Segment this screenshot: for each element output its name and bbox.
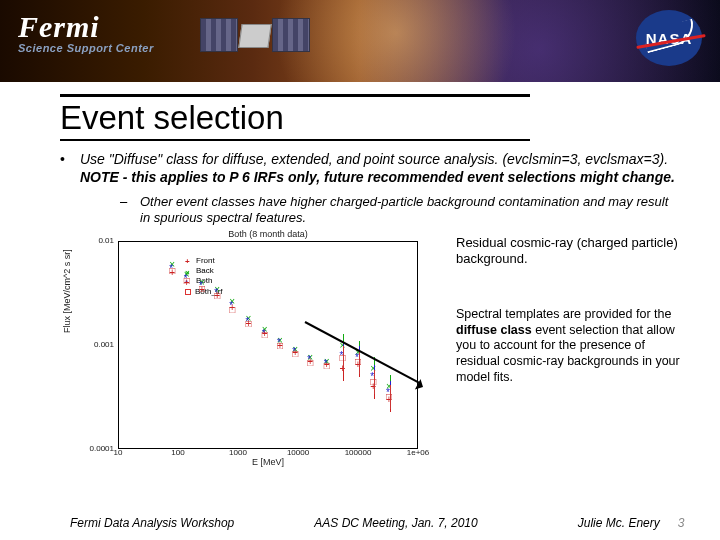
xtick-label: 10000 [287,448,309,457]
logo-sub-text: Science Support Center [18,42,154,54]
title-rule-bottom [60,139,530,141]
right-column: Residual cosmic-ray (charged particle) b… [440,233,680,483]
caption-templates: Spectral templates are provided for the … [456,307,680,385]
bullet-main-bold: NOTE - this applies to P 6 IRFs only, fu… [80,169,675,185]
data-point: □ [262,330,268,340]
data-point: □ [199,284,205,294]
data-point: □ [292,349,298,359]
bullet-sub: – Other event classes have higher charge… [120,194,680,227]
footer-left: Fermi Data Analysis Workshop [70,516,234,530]
nasa-logo: NASA [636,10,702,66]
plot-ylabel: Flux [MeV/cm^2 s sr] [62,249,72,333]
xtick-label: 10 [114,448,123,457]
data-point: □ [229,305,235,315]
xtick-label: 100 [171,448,184,457]
ytick-label: 0.0001 [80,444,114,453]
bullet-sub-text: Other event classes have higher charged-… [140,194,680,227]
xtick-label: 1e+06 [407,448,429,457]
bullet-main-text: Use "Diffuse" class for diffuse, extende… [80,151,668,167]
xtick-label: 1000 [229,448,247,457]
xtick-label: 100000 [345,448,372,457]
title-rule-top [60,94,530,97]
bullet-dash: – [120,194,140,227]
logo-main-text: Fermi [18,10,154,44]
fermi-logo: Fermi Science Support Center [18,10,154,54]
annotation-arrow [305,321,435,391]
slide-title: Event selection [60,99,680,137]
footer-right: Julie Mc. Enery [578,516,660,530]
caption-residual: Residual cosmic-ray (charged particle) b… [456,235,680,268]
bullet-dot: • [60,151,80,186]
ytick-label: 0.001 [80,340,114,349]
data-point: □ [169,266,175,276]
ytick-label: 0.01 [80,236,114,245]
data-point: □ [184,276,190,286]
satellite-graphic [200,18,310,64]
slide-body: Event selection • Use "Diffuse" class fo… [0,82,720,483]
plot-xlabel: E [MeV] [118,457,418,467]
data-point: □ [277,341,283,351]
header: Fermi Science Support Center NASA [0,0,720,82]
footer-page: 3 [678,516,685,530]
data-point: □ [246,319,252,329]
footer: Fermi Data Analysis Workshop AAS DC Meet… [0,516,720,530]
plot-area: Both (8 month data) +Front ×Back *Both B… [60,233,440,483]
bullet-main: • Use "Diffuse" class for diffuse, exten… [60,151,680,186]
data-point: □ [214,291,220,301]
footer-center: AAS DC Meeting, Jan. 7, 2010 [314,516,477,530]
plot-title: Both (8 month data) [118,229,418,239]
